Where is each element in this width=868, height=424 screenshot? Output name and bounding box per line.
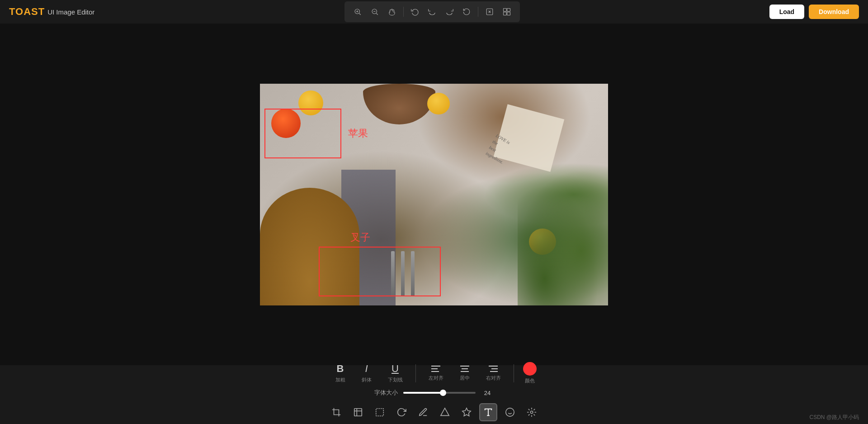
format-sep-2	[514, 364, 514, 382]
color-label: 颜色	[525, 377, 535, 384]
font-size-row: 字体大小 24	[374, 389, 494, 397]
sticker-tool-button[interactable]	[501, 403, 519, 421]
redo-button[interactable]	[442, 4, 457, 19]
align-center-button[interactable]: 居中	[456, 363, 473, 383]
svg-rect-10	[503, 9, 506, 12]
logo-subtitle: UI Image Editor	[47, 8, 94, 16]
svg-marker-27	[441, 408, 449, 416]
napkin-line-1: LOVE is the	[491, 133, 511, 146]
download-button[interactable]: Download	[809, 5, 859, 19]
rotate-tool-button[interactable]	[392, 403, 410, 421]
font-size-slider-fill	[403, 392, 443, 394]
apple-1-prop	[271, 109, 301, 138]
italic-label: 斜体	[362, 376, 372, 383]
bold-label: 加粗	[335, 376, 345, 383]
zoom-out-button[interactable]	[367, 4, 382, 19]
italic-button[interactable]: I 斜体	[358, 361, 375, 385]
undo-icon	[428, 8, 436, 16]
svg-point-31	[506, 408, 514, 416]
toolbar-sep-1	[403, 7, 404, 17]
draw-icon	[418, 407, 428, 417]
toolbar-sep-2	[478, 7, 478, 17]
resize-tool-button[interactable]	[371, 403, 389, 421]
align-left-label: 左对齐	[429, 375, 443, 381]
logo: TOAST UI Image Editor	[9, 6, 94, 18]
text-tool-button[interactable]	[479, 403, 497, 421]
fork-1	[391, 251, 395, 296]
draw-tool-button[interactable]	[414, 403, 432, 421]
hand-icon	[388, 8, 396, 16]
zoom-in-icon	[354, 8, 362, 16]
toolbar-top	[344, 1, 520, 22]
underline-button[interactable]: U 下划线	[384, 361, 406, 385]
zoom-in-button[interactable]	[350, 4, 365, 19]
napkin-prop: LOVE is the best ingredient.	[494, 104, 565, 172]
text-label-apple[interactable]: 苹果	[348, 127, 368, 140]
delete-object-button[interactable]	[482, 4, 497, 19]
napkin-text: LOVE is the best ingredient.	[484, 132, 514, 166]
plant-prop	[518, 170, 608, 305]
align-right-button[interactable]: 右对齐	[482, 363, 505, 383]
align-right-label: 右对齐	[486, 375, 501, 381]
crop-custom-button[interactable]	[349, 403, 367, 421]
crop-tool-button[interactable]	[327, 403, 345, 421]
crop-icon	[331, 407, 341, 417]
pie-prop	[260, 188, 359, 305]
header-actions: Load Download	[769, 5, 859, 19]
zoom-out-icon	[371, 8, 379, 16]
hand-pan-button[interactable]	[384, 4, 400, 19]
format-sep-1	[415, 364, 416, 382]
sticker-icon	[505, 407, 515, 417]
text-format-row: B 加粗 I 斜体 U 下划线 左对齐 居中	[332, 361, 537, 385]
filter-icon	[527, 407, 537, 417]
reset-icon	[462, 8, 471, 16]
underline-label: 下划线	[388, 376, 403, 383]
color-picker-button[interactable]: 颜色	[523, 362, 537, 384]
delete-object-icon	[486, 8, 494, 16]
shape-icon	[440, 407, 450, 417]
delete-all-button[interactable]	[499, 4, 514, 19]
svg-rect-26	[376, 409, 384, 416]
bottom-toolbar	[0, 400, 868, 424]
undo-button[interactable]	[425, 4, 440, 19]
underline-icon: U	[392, 363, 399, 375]
align-left-icon	[431, 365, 441, 373]
star-icon	[462, 407, 472, 417]
text-format-toolbar: B 加粗 I 斜体 U 下划线 左对齐 居中	[0, 361, 868, 397]
svg-marker-28	[462, 408, 471, 416]
font-size-value: 24	[481, 390, 494, 396]
filter-tool-button[interactable]	[523, 403, 541, 421]
reset-button[interactable]	[459, 4, 474, 19]
svg-rect-12	[503, 12, 506, 15]
watermark: CSDN @路人甲小码	[809, 414, 859, 421]
redo-icon	[445, 8, 453, 16]
align-left-button[interactable]: 左对齐	[425, 363, 447, 383]
rotate-icon	[396, 407, 406, 417]
svg-line-1	[359, 13, 360, 14]
star-tool-button[interactable]	[458, 403, 476, 421]
apple-2-prop	[298, 91, 323, 115]
align-right-icon	[488, 365, 498, 373]
image-container[interactable]: LOVE is the best ingredient. 苹果 叉子	[260, 84, 608, 305]
font-size-slider[interactable]	[403, 392, 476, 394]
history-button[interactable]	[407, 4, 423, 19]
text-icon	[483, 407, 493, 417]
svg-point-34	[530, 411, 533, 414]
canvas-area: LOVE is the best ingredient. 苹果 叉子	[0, 24, 868, 365]
food-photo: LOVE is the best ingredient. 苹果 叉子	[260, 84, 608, 305]
italic-icon: I	[365, 363, 368, 375]
delete-all-icon	[503, 8, 511, 16]
bold-icon: B	[337, 363, 344, 375]
load-button[interactable]: Load	[769, 5, 804, 19]
logo-toast: TOAST	[9, 6, 45, 18]
svg-rect-11	[507, 9, 510, 12]
text-label-fork[interactable]: 叉子	[350, 231, 370, 244]
color-circle	[523, 362, 537, 376]
fork-3	[411, 251, 415, 296]
align-center-icon	[460, 365, 470, 373]
forks-area	[391, 251, 415, 296]
shape-tool-button[interactable]	[436, 403, 454, 421]
font-size-label: 字体大小	[374, 389, 398, 397]
bold-button[interactable]: B 加粗	[332, 361, 349, 385]
svg-line-5	[376, 13, 377, 14]
